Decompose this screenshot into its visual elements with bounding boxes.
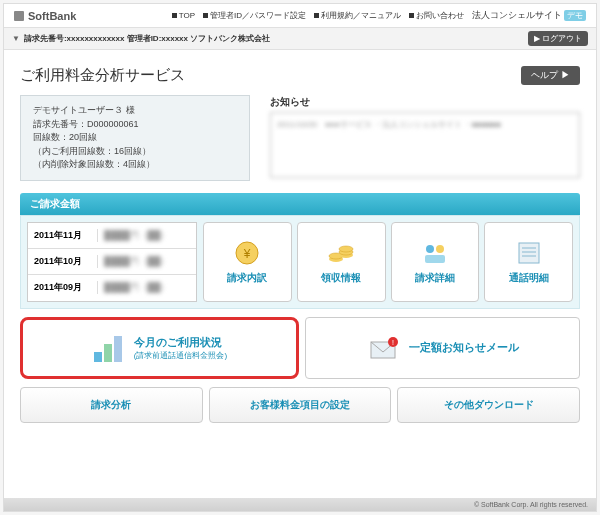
billing-table: 2011年11月████円（██） 2011年10月████円（██） 2011… bbox=[27, 222, 197, 302]
demo-badge: デモ bbox=[564, 10, 586, 21]
notice-heading: お知らせ bbox=[270, 95, 580, 109]
people-icon bbox=[420, 239, 450, 267]
svg-rect-15 bbox=[104, 344, 112, 362]
svg-point-7 bbox=[426, 245, 434, 253]
button-billing-analysis[interactable]: 請求分析 bbox=[20, 387, 203, 423]
coin-icon: ¥ bbox=[232, 239, 262, 267]
notice-area: お知らせ 2011/10/20 ●●●サービス ・法人コンシェルサイト ・■■■… bbox=[270, 95, 580, 181]
top-nav: TOP 管理者ID／パスワード設定 利用規約／マニュアル お問い合わせ bbox=[172, 10, 464, 21]
notice-box: 2011/10/20 ●●●サービス ・法人コンシェルサイト ・■■■■■■ bbox=[270, 112, 580, 178]
svg-text:¥: ¥ bbox=[243, 247, 251, 261]
nav-contact[interactable]: お問い合わせ bbox=[409, 10, 464, 21]
card-call-detail[interactable]: 通話明細 bbox=[484, 222, 573, 302]
footer-copyright: © SoftBank Corp. All rights reserved. bbox=[4, 498, 596, 511]
billing-row: 2011年11月████円（██） 2011年10月████円（██） 2011… bbox=[20, 215, 580, 309]
svg-point-6 bbox=[339, 246, 353, 252]
sub-bar: ▼ 請求先番号:xxxxxxxxxxxxx 管理者ID:xxxxxx ソフトバン… bbox=[4, 28, 596, 50]
svg-rect-9 bbox=[425, 255, 445, 263]
svg-rect-16 bbox=[114, 336, 122, 362]
account-info: 請求先番号:xxxxxxxxxxxxx 管理者ID:xxxxxx ソフトバンク株… bbox=[24, 33, 270, 44]
nav-terms[interactable]: 利用規約／マニュアル bbox=[314, 10, 401, 21]
svg-rect-14 bbox=[94, 352, 102, 362]
help-button[interactable]: ヘルプ ▶ bbox=[521, 66, 580, 85]
dropdown-icon[interactable]: ▼ bbox=[12, 34, 20, 43]
card-receipt-info[interactable]: 領収情報 bbox=[297, 222, 386, 302]
page-title: ご利用料金分析サービス bbox=[20, 66, 185, 85]
table-row[interactable]: 2011年11月████円（██） bbox=[28, 223, 196, 249]
coins-stack-icon bbox=[326, 239, 356, 267]
table-row[interactable]: 2011年09月████円（██） bbox=[28, 275, 196, 301]
svg-rect-10 bbox=[519, 243, 539, 263]
card-fixed-amount-mail[interactable]: ! 一定額お知らせメール bbox=[305, 317, 580, 379]
logo-icon bbox=[14, 11, 24, 21]
nav-top[interactable]: TOP bbox=[172, 10, 195, 21]
brand-logo: SoftBank bbox=[14, 10, 76, 22]
svg-text:!: ! bbox=[392, 339, 394, 346]
nav-admin-id[interactable]: 管理者ID／パスワード設定 bbox=[203, 10, 306, 21]
user-info-box: デモサイトユーザー３ 様請求先番号：D000000061回線数：20回線（内ご利… bbox=[20, 95, 250, 181]
logout-button[interactable]: ▶ ログアウト bbox=[528, 31, 588, 46]
document-icon bbox=[514, 239, 544, 267]
mail-alert-icon: ! bbox=[367, 332, 401, 364]
bar-chart-icon bbox=[92, 332, 126, 364]
button-customer-fee-settings[interactable]: お客様料金項目の設定 bbox=[209, 387, 392, 423]
card-invoice-breakdown[interactable]: ¥請求内訳 bbox=[203, 222, 292, 302]
svg-point-8 bbox=[436, 245, 444, 253]
card-monthly-usage[interactable]: 今月のご利用状況(請求前通話通信料金照会) bbox=[20, 317, 299, 379]
button-other-downloads[interactable]: その他ダウンロード bbox=[397, 387, 580, 423]
top-bar: SoftBank TOP 管理者ID／パスワード設定 利用規約／マニュアル お問… bbox=[4, 4, 596, 28]
billing-section-header: ご請求金額 bbox=[20, 193, 580, 215]
card-invoice-detail[interactable]: 請求詳細 bbox=[391, 222, 480, 302]
corp-site-label: 法人コンシェルサイトデモ bbox=[472, 9, 586, 22]
table-row[interactable]: 2011年10月████円（██） bbox=[28, 249, 196, 275]
